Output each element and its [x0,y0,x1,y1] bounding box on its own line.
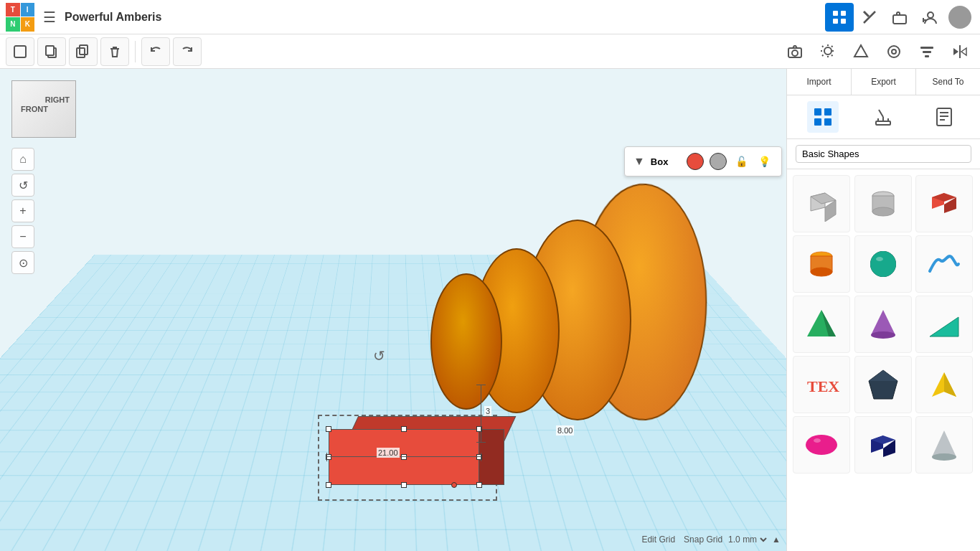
svg-rect-28 [814,108,821,116]
panel-dropdown[interactable]: ▼ [633,155,645,168]
rotation-handle[interactable]: ↺ [373,347,385,364]
svg-point-49 [876,257,883,261]
duplicate-button[interactable] [69,37,98,66]
shape-sphere-teal[interactable] [854,235,912,293]
svg-marker-26 [953,48,958,55]
svg-point-57 [814,438,821,443]
mirror-tool[interactable] [946,37,974,66]
group-tool[interactable] [880,37,908,66]
export-button[interactable]: Export [852,69,916,95]
scene-content: 21.00 3 8.00 ↺ [0,69,786,551]
new-button[interactable] [6,37,34,66]
undo-button[interactable] [141,37,170,66]
handle-tl[interactable] [326,426,331,432]
svg-point-20 [888,46,900,57]
svg-point-7 [928,12,933,18]
canvas-area[interactable]: FRONT RIGHT ⌂ ↺ + − ⊙ [0,69,786,551]
disc-1 [430,273,502,410]
shape-cube-red[interactable] [915,175,973,232]
snap-value-select[interactable]: 1.0 mm 0.5 mm 2.0 mm 5.0 mm [725,534,769,545]
handle-bc[interactable] [401,482,407,488]
grid-view-icon[interactable] [825,3,854,32]
logo: T I N K [6,3,34,32]
shape-cylinder-orange[interactable] [793,235,850,293]
camera-tool[interactable] [781,37,809,66]
light-tool[interactable] [814,37,842,66]
shapes-grid: TEXT [787,169,980,479]
svg-marker-27 [961,48,966,55]
color-solid-button[interactable] [687,153,704,170]
svg-marker-19 [854,45,867,57]
svg-point-17 [792,50,798,56]
panel-measure-icon[interactable] [867,101,899,133]
import-button[interactable]: Import [787,69,852,95]
redo-button[interactable] [173,37,202,66]
send-to-button[interactable]: Send To [916,69,980,95]
svg-text:TEXT: TEXT [807,377,839,395]
svg-rect-24 [925,55,929,57]
grid-info: Edit Grid Snap Grid 1.0 mm 0.5 mm 2.0 mm… [641,534,781,545]
list-icon[interactable]: ☰ [43,9,56,26]
dim-tick-right [481,453,481,461]
svg-rect-32 [876,121,890,125]
briefcase-icon[interactable] [885,3,914,32]
shape-text-red[interactable]: TEXT [793,356,850,413]
snap-grid-button[interactable]: Snap Grid 1.0 mm 0.5 mm 2.0 mm 5.0 mm ▲ [684,534,781,545]
dim-label-8: 8.00 [556,425,574,435]
svg-rect-23 [923,51,931,53]
avatar-icon[interactable] [946,3,974,32]
shape-box-navy[interactable] [854,416,912,474]
svg-point-43 [872,207,894,216]
dim-label-width: 21.00 [377,448,400,458]
panel-grid-icon[interactable] [807,101,839,133]
svg-rect-30 [814,118,821,126]
svg-rect-3 [841,19,846,24]
svg-rect-14 [77,48,85,57]
dim-line-depth [481,385,481,442]
main-content: FRONT RIGHT ⌂ ↺ + − ⊙ [0,69,980,551]
dim-tick-top [476,385,486,385]
edit-grid-button[interactable]: Edit Grid [641,534,675,545]
svg-marker-55 [869,370,897,381]
shape-cone-gray[interactable] [915,416,973,474]
shape-cone-purple[interactable] [854,296,912,353]
box-panel: ▼ Box 🔓 💡 [624,146,782,176]
panel-icons [787,95,980,139]
handle-red-bottom[interactable] [451,482,457,488]
add-user-icon[interactable] [915,3,944,32]
handle-mc[interactable] [401,454,407,460]
shape-pyramid-yellow[interactable] [915,356,973,413]
shape-gem-navy[interactable] [854,356,912,413]
visibility-icon[interactable]: 💡 [755,153,773,170]
delete-button[interactable] [100,37,129,66]
align-tool[interactable] [913,37,941,66]
shape-wedge-teal[interactable] [915,296,973,353]
lock-icon[interactable]: 🔓 [732,153,750,170]
shape-pyramid-green[interactable] [793,296,850,353]
shape-text-blue[interactable] [915,235,973,293]
pickaxe-icon[interactable] [855,3,884,32]
dim-tick-bottom [476,442,486,443]
handle-br[interactable] [476,482,482,488]
shape-tool[interactable] [847,37,875,66]
shapes-category-select[interactable]: Basic Shapes [796,145,971,163]
shape-box-gray[interactable] [793,175,850,232]
copy-button[interactable] [37,37,66,66]
panel-notes-icon[interactable] [928,101,960,133]
handle-tc[interactable] [401,426,407,432]
logo-t: T [6,3,20,17]
right-panel: Import Export Send To Basic Shapes [786,69,980,551]
logo-i: I [21,3,35,17]
box-panel-title: Box [651,156,681,167]
svg-rect-0 [833,11,838,16]
logo-n: N [6,17,20,32]
color-hole-button[interactable] [710,153,727,170]
logo-k: K [21,17,35,32]
shape-cylinder-gray[interactable] [854,175,912,232]
svg-line-5 [864,11,869,17]
handle-bl[interactable] [326,482,331,488]
svg-line-36 [879,110,883,117]
svg-point-52 [871,331,895,339]
svg-point-18 [824,47,831,55]
shape-ellipsoid-pink[interactable] [793,416,850,474]
